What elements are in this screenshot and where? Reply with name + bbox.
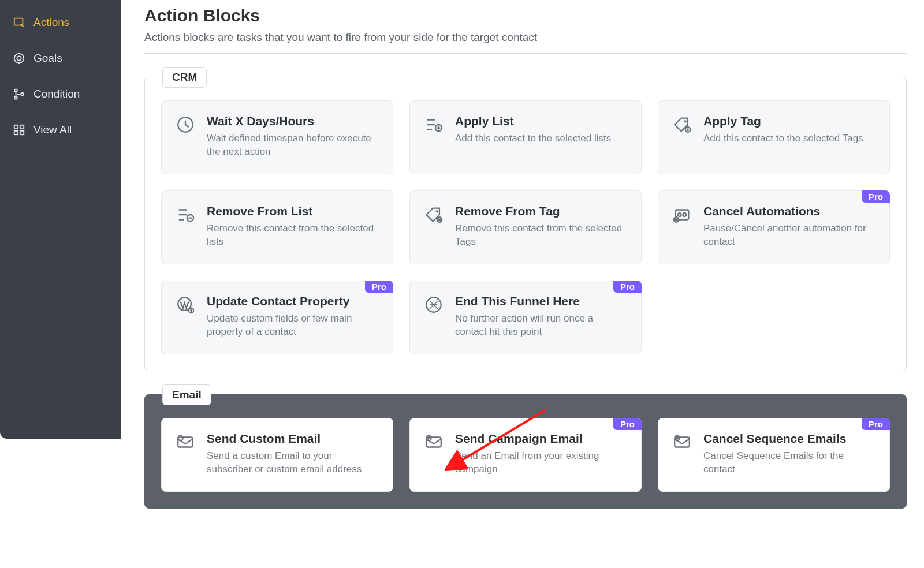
card-desc: Add this contact to the selected lists	[455, 132, 611, 145]
card-title: Apply Tag	[703, 114, 863, 129]
page-subtitle: Actions blocks are tasks that you want t…	[144, 31, 907, 44]
group-label-email: Email	[162, 384, 211, 405]
goals-icon	[13, 52, 25, 65]
group-label-crm: CRM	[162, 67, 207, 88]
card-wait[interactable]: Wait X Days/Hours Wait defined timespan …	[161, 100, 393, 174]
pro-badge: Pro	[862, 190, 890, 203]
svg-rect-8	[20, 125, 24, 129]
pro-badge: Pro	[862, 418, 890, 430]
svg-point-20	[683, 213, 686, 216]
card-title: Send Campaign Email	[455, 431, 627, 446]
card-desc: No further action will run once a contac…	[455, 312, 627, 339]
card-end-funnel[interactable]: Pro End This Funnel Here No further acti…	[409, 281, 642, 354]
card-desc: Update custom fields or few main propert…	[207, 312, 379, 339]
sidebar-item-label: Actions	[33, 16, 69, 29]
svg-point-13	[684, 120, 687, 122]
card-remove-from-tag[interactable]: Remove From Tag Remove this contact from…	[409, 190, 642, 264]
card-desc: Add this contact to the selected Tags	[703, 132, 863, 145]
automation-cancel-icon	[672, 205, 692, 225]
card-apply-tag[interactable]: Apply Tag Add this contact to the select…	[658, 100, 890, 174]
svg-rect-9	[14, 131, 18, 134]
card-title: Apply List	[455, 114, 611, 129]
svg-point-16	[436, 210, 438, 212]
pro-badge: Pro	[613, 281, 642, 293]
clock-icon	[176, 115, 195, 134]
card-desc: Send an Email from your existing campaig…	[455, 450, 627, 476]
list-remove-icon	[176, 205, 195, 225]
card-desc: Wait defined timespan before execute the…	[207, 132, 379, 159]
svg-rect-7	[14, 125, 18, 129]
tag-add-icon	[672, 115, 692, 134]
sidebar-item-condition[interactable]: Condition	[0, 76, 121, 112]
pro-badge: Pro	[365, 281, 393, 293]
card-update-contact-property[interactable]: Pro Update Contact Property Update custo…	[161, 281, 393, 354]
group-crm: CRM Wait X Days/Hours Wait defined times…	[144, 77, 907, 371]
email-cancel-icon	[672, 432, 692, 452]
card-title: Update Contact Property	[207, 294, 379, 309]
tag-remove-icon	[424, 205, 444, 225]
card-cancel-sequence-emails[interactable]: Pro Cancel Sequence Emails Cancel Sequen…	[658, 418, 890, 492]
sidebar: Actions Goals Condition View All	[0, 0, 121, 439]
svg-point-5	[14, 96, 17, 99]
card-title: Remove From Tag	[455, 204, 627, 219]
svg-point-3	[17, 56, 21, 60]
card-send-custom-email[interactable]: Send Custom Email Send a custom Email to…	[161, 418, 393, 492]
card-title: Remove From List	[207, 204, 379, 219]
sidebar-item-view-all[interactable]: View All	[0, 112, 121, 148]
card-title: Send Custom Email	[207, 431, 379, 446]
card-desc: Remove this contact from the selected li…	[207, 222, 379, 249]
card-title: Cancel Sequence Emails	[703, 431, 875, 446]
stop-circle-icon	[424, 295, 444, 315]
card-desc: Cancel Sequence Emails for the contact	[703, 450, 875, 476]
card-cancel-automations[interactable]: Pro Cancel Automations Pause/Cancel anot…	[658, 190, 890, 264]
svg-point-4	[14, 89, 17, 92]
card-desc: Remove this contact from the selected Ta…	[455, 222, 627, 249]
card-desc: Send a custom Email to your subscriber o…	[207, 450, 379, 476]
sidebar-item-goals[interactable]: Goals	[0, 40, 121, 76]
condition-icon	[13, 88, 25, 100]
sidebar-item-actions[interactable]: Actions	[0, 5, 121, 40]
card-title: End This Funnel Here	[455, 294, 627, 309]
sidebar-item-label: Goals	[33, 52, 62, 65]
divider	[144, 53, 907, 54]
page-title: Action Blocks	[144, 6, 907, 25]
actions-icon	[13, 16, 25, 29]
sidebar-item-label: View All	[33, 124, 72, 136]
svg-point-19	[678, 213, 681, 216]
svg-rect-10	[20, 131, 24, 134]
wp-user-icon	[176, 295, 195, 315]
svg-rect-25	[178, 438, 193, 447]
card-desc: Pause/Cancel another automation for cont…	[703, 222, 875, 249]
card-send-campaign-email[interactable]: Pro Send Campaign Email Send an Email fr…	[409, 418, 642, 492]
svg-point-1	[23, 26, 24, 27]
sidebar-item-label: Condition	[33, 88, 80, 100]
email-campaign-icon	[424, 432, 444, 452]
card-title: Wait X Days/Hours	[207, 114, 379, 129]
list-add-icon	[424, 115, 444, 134]
grid-icon	[13, 124, 25, 136]
group-email: Email Send Custom Email Send a custom Em…	[144, 394, 907, 509]
svg-point-2	[14, 54, 24, 63]
email-send-icon	[176, 432, 195, 452]
svg-rect-0	[14, 18, 23, 25]
main-content: Action Blocks Actions blocks are tasks t…	[121, 0, 924, 568]
card-remove-from-list[interactable]: Remove From List Remove this contact fro…	[161, 190, 393, 264]
svg-point-6	[21, 93, 24, 96]
card-title: Cancel Automations	[703, 204, 875, 219]
pro-badge: Pro	[613, 418, 642, 430]
card-apply-list[interactable]: Apply List Add this contact to the selec…	[409, 100, 642, 174]
